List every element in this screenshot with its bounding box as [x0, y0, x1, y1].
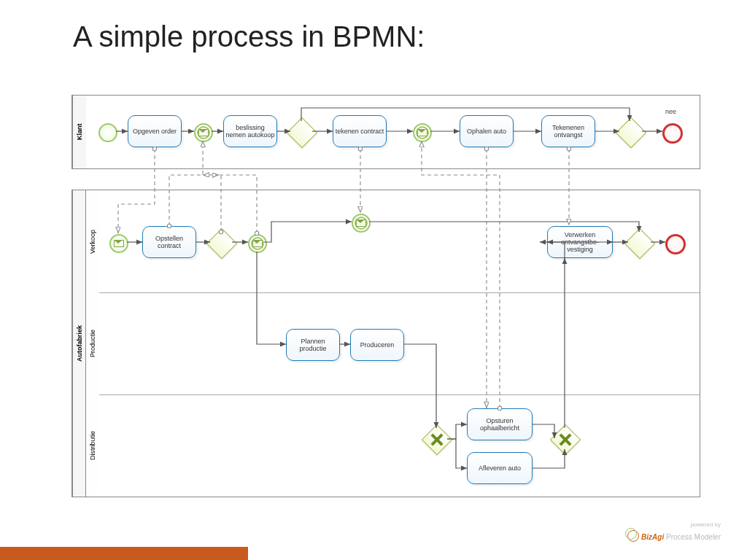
task-produceren: Produceren	[350, 329, 404, 361]
task-beslissing: beslissing nemen autokoop	[223, 115, 277, 147]
pool-label-klant: Klant	[72, 96, 86, 168]
task-tekenen-contract: tekenen contract	[333, 115, 387, 147]
lane-label-verkoop: Verkoop	[85, 190, 99, 292]
task-tekenen-ontvangst: Tekenenen ontvangst	[541, 115, 595, 147]
lane-label-productie: Productie	[85, 292, 99, 394]
start-event-verkoop	[109, 234, 128, 253]
brand-powered-label: powered by	[627, 521, 721, 528]
footer-accent-bar	[0, 547, 248, 560]
slide-title: A simple process in BPMN:	[73, 20, 425, 53]
end-event-klant	[662, 123, 683, 144]
task-opsturen: Opsturen ophaalbericht	[467, 408, 533, 440]
lane-label-distributie: Distributie	[85, 394, 99, 497]
event-wait-delivery	[413, 123, 432, 142]
task-opstellen-contract: Opstellen contract	[142, 226, 196, 258]
task-verwerken: Verwerken ontvangstbe- vestiging	[547, 226, 613, 258]
end-event-verkoop	[665, 234, 686, 254]
brand-bizagi: powered by BizAgi Process Modeler	[627, 521, 721, 541]
brand-bizagi-label: BizAgi	[641, 533, 664, 541]
task-ophalen-auto: Ophalen auto	[460, 115, 514, 147]
event-wait-offer	[194, 123, 213, 142]
task-opgeven-order: Opgeven order	[128, 115, 182, 147]
brand-icon	[627, 530, 639, 542]
start-event-klant	[98, 123, 117, 142]
label-nee: nee	[665, 108, 676, 115]
task-plannen: Plannen productie	[286, 329, 340, 361]
lane-distributie: Distributie	[85, 394, 700, 497]
brand-pm-label: Process Modeler	[666, 533, 721, 541]
task-afleveren: Afleveren auto	[467, 452, 533, 484]
event-wait-signed	[248, 234, 267, 253]
pool-label-autofabriek: Autofabriek	[72, 190, 86, 497]
event-mid-verkoop	[352, 214, 371, 233]
